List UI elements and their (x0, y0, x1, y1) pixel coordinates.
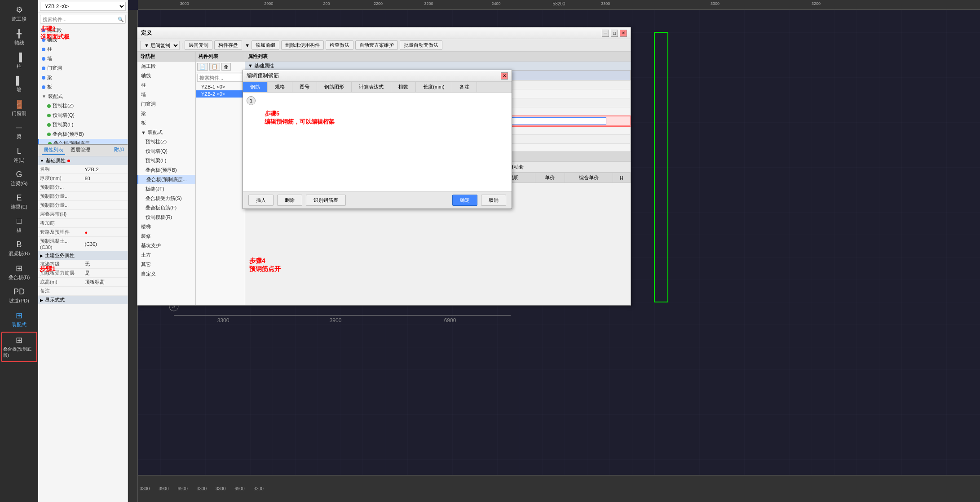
sidebar-item-passway[interactable]: PD 坡道(PD) (1, 284, 37, 307)
sidebar-item-wall[interactable]: ▌ 墙 (1, 73, 37, 96)
nav-dl-slab[interactable]: 板 (137, 118, 195, 128)
btn-delete-unused[interactable]: 删除未使用构件 (281, 40, 324, 50)
confirm-rebar-btn[interactable]: 确定 (452, 195, 477, 206)
btn-save-comp[interactable]: 构件存盘 (214, 40, 242, 50)
comp-yzb2[interactable]: YZB-2 <0> (196, 90, 245, 98)
rebar-tab-length[interactable]: 长度(mm) (416, 82, 452, 92)
sidebar-item-liang-e[interactable]: E 连梁(E) (1, 191, 37, 213)
comp-del-btn[interactable]: 🗑 (221, 63, 231, 71)
tab-attrs[interactable]: 属性列表 (42, 146, 65, 155)
close-btn[interactable]: ✕ (620, 30, 627, 37)
btn-check-method[interactable]: 检查做法 (326, 40, 353, 50)
sidebar-item-preslab[interactable]: ⊞ 叠合板(B) (1, 261, 37, 284)
rebar-close-btn[interactable]: ✕ (501, 72, 508, 80)
nav-dl-other[interactable]: 其它 (137, 260, 195, 269)
sidebar-item-liang-l[interactable]: L 连(L) (1, 144, 37, 166)
nav-compound-pre[interactable]: 叠合板(预制底层... (38, 139, 128, 144)
rebar-tab-bar[interactable]: 钢筋 (243, 82, 268, 92)
nav-wall[interactable]: 墙 (38, 54, 128, 63)
show-table-btn[interactable]: 识别钢筋表 (306, 195, 346, 206)
sidebar-item-liang-g[interactable]: G 连梁(G) (1, 167, 37, 190)
sidebar-item-slab[interactable]: □ 板 (1, 214, 37, 236)
nav-dl-stair[interactable]: 楼梯 (137, 222, 195, 231)
nav-dl-compound-b[interactable]: 叠合板(预厚B) (137, 165, 195, 175)
basic-attrs-group[interactable]: ▼ 基础属性 (38, 156, 128, 165)
nav-dl-prefab-q[interactable]: 预制墙(Q) (137, 147, 195, 156)
maximize-btn[interactable]: □ (611, 30, 618, 37)
nav-dl-compound-f[interactable]: 叠合板负筋(F) (137, 203, 195, 213)
nav-prefab-q[interactable]: 预制墙(Q) (38, 111, 128, 120)
display-group[interactable]: ▶ 显示式式 (38, 296, 128, 304)
nav-dl-beam[interactable]: 梁 (137, 109, 195, 118)
rebar-tab-count[interactable]: 根数 (391, 82, 416, 92)
rebar-tab-spec[interactable]: 规格 (268, 82, 292, 92)
nav-dl-compound-s[interactable]: 叠合板受力筋(S) (137, 194, 195, 203)
nav-dl-decor[interactable]: 装修 (137, 231, 195, 241)
nav-dl-door[interactable]: 门窗洞 (137, 99, 195, 109)
btn-floor-copy[interactable]: 层间复制 (185, 40, 212, 50)
dot-column (42, 48, 45, 51)
construction-group[interactable]: ▶ 土建业务属性 (38, 251, 128, 260)
nav-dl-prefab-z[interactable]: 预制柱(Z) (137, 137, 195, 147)
rebar-tab-note[interactable]: 备注 (452, 82, 477, 92)
prop-prefab-qty: 预制部分量... (38, 201, 128, 210)
tab-layers[interactable]: 图层管理 (69, 146, 92, 155)
nav-dl-premod[interactable]: 预制模板(R) (137, 213, 195, 222)
svg-text:3300: 3300 (217, 317, 230, 324)
nav-dl-wall[interactable]: 墙 (137, 90, 195, 99)
rebar-tab-fignum[interactable]: 图号 (292, 82, 317, 92)
nav-door[interactable]: 门窗洞 (38, 63, 128, 73)
sidebar-item-mixslab[interactable]: B 混凝板(B) (1, 237, 37, 260)
btn-auto-scheme[interactable]: 自动套方案维护 (355, 40, 398, 50)
comp-search-input[interactable] (197, 74, 243, 82)
nav-dl-column[interactable]: 柱 (137, 80, 195, 90)
attr-group-basic[interactable]: ▼ 基础属性 (245, 62, 631, 70)
nav-dl-compound-pre[interactable]: 叠合板(预制底层... (137, 175, 195, 184)
nav-dl-earth[interactable]: 土方 (137, 250, 195, 260)
rebar-tab-calc[interactable]: 计算表达式 (352, 82, 391, 92)
nav-dl-custom[interactable]: 自定义 (137, 269, 195, 279)
rebar-tab-shape[interactable]: 钢筋图形 (317, 82, 352, 92)
comp-copy-btn[interactable]: 📋 (209, 63, 220, 71)
definition-title: 定义 (141, 29, 152, 37)
nav-dl-prefab-l[interactable]: 预制梁(L) (137, 156, 195, 165)
nav-prefab-l[interactable]: 预制梁(L) (38, 120, 128, 129)
nav-dl-scaffold[interactable]: 施工段 (137, 62, 195, 71)
nav-assembly[interactable]: ▼装配式 (38, 92, 128, 101)
nav-beam[interactable]: 梁 (38, 73, 128, 82)
definition-controls: ─ □ ✕ (602, 30, 627, 37)
nav-column[interactable]: 柱 (38, 44, 128, 54)
sidebar-label-compound-pre: 叠合板(预制底版) (3, 346, 35, 359)
sidebar-item-assembly[interactable]: ⊞ 装配式 (1, 308, 37, 331)
sidebar-label-mixslab: 混凝板(B) (9, 250, 30, 257)
nav-dl-slab-jf[interactable]: 板缝(JF) (137, 184, 195, 194)
comp-yzb1[interactable]: YZB-1 <0> (196, 83, 245, 90)
dot-prefab-q (47, 114, 51, 117)
nav-slab[interactable]: 板 (38, 82, 128, 92)
nav-dl-assembly[interactable]: ▼装配式 (137, 128, 195, 137)
comp-add-btn[interactable]: 📄 (197, 63, 208, 71)
cancel-rebar-btn[interactable]: 取消 (481, 195, 506, 206)
sidebar-item-scaffold[interactable]: ⚙ 施工段 (1, 2, 37, 25)
btn-batch-auto[interactable]: 批量自动套做法 (400, 40, 442, 50)
sidebar-item-compound-pre[interactable]: ⊞ 叠合板(预制底版) (1, 332, 37, 362)
nav-dl-foundation[interactable]: 基坑支护 (137, 241, 195, 250)
delete-rebar-btn[interactable]: 删除 (277, 195, 302, 206)
sidebar-item-door[interactable]: 🚪 门窗洞 (1, 97, 37, 120)
prop-name: 名称YZB-2 (38, 165, 128, 174)
nav-dl-axis[interactable]: 轴线 (137, 71, 195, 80)
floor-dropdown[interactable]: ▼ 层间复制 (140, 41, 180, 50)
dot-prefab-l (47, 123, 51, 127)
btn-add-prefix[interactable]: 添加前缀 (252, 40, 279, 50)
yzb-dropdown[interactable]: YZB-2 <0> YZB-1 <0> (40, 2, 126, 11)
dim-bot-3900: 3900 (159, 486, 168, 491)
add-extra-btn[interactable]: 附加 (114, 146, 124, 155)
nav-compound-b[interactable]: 叠合板(预厚B) (38, 129, 128, 139)
nav-prefab-z[interactable]: 预制柱(Z) (38, 101, 128, 111)
minimize-btn[interactable]: ─ (602, 30, 609, 37)
sidebar-item-beam[interactable]: ─ 梁 (1, 120, 37, 143)
sidebar-item-column[interactable]: ▐ 柱 (1, 50, 37, 72)
sidebar-item-axis[interactable]: ╋ 轴线 (1, 26, 37, 49)
search-input[interactable] (40, 15, 126, 24)
insert-btn[interactable]: 插入 (248, 195, 274, 206)
